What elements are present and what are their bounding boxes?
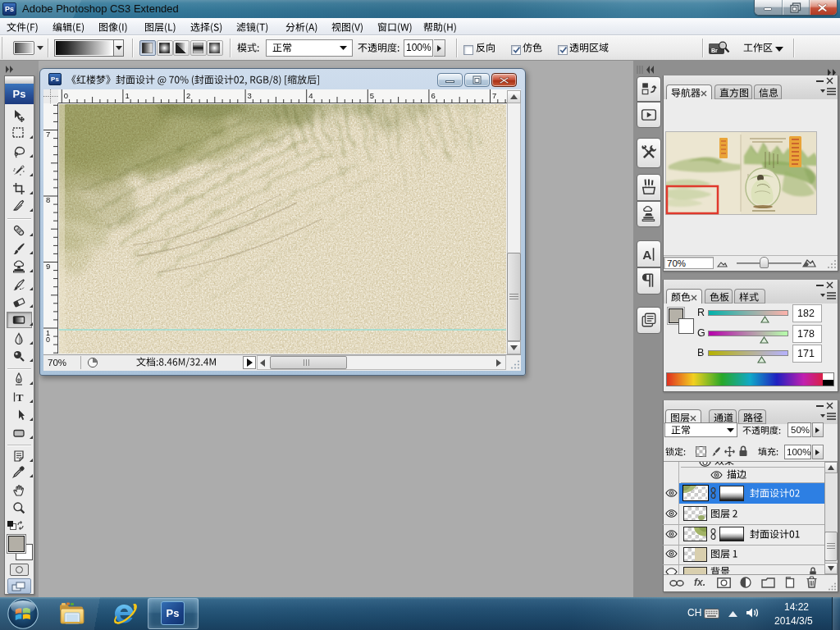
svg-text:6: 6 xyxy=(431,91,435,100)
svg-text:0: 0 xyxy=(64,91,68,100)
svg-text:7: 7 xyxy=(46,130,50,139)
svg-text:4: 4 xyxy=(308,91,313,100)
svg-text:Br: Br xyxy=(711,48,718,53)
svg-text:1: 1 xyxy=(125,91,129,100)
svg-text:2: 2 xyxy=(186,91,190,100)
svg-text:8: 8 xyxy=(46,195,50,204)
svg-text:0: 0 xyxy=(46,336,50,344)
svg-text:9: 9 xyxy=(46,262,50,271)
svg-text:T: T xyxy=(16,391,24,404)
svg-text:A: A xyxy=(642,248,651,262)
svg-text:3: 3 xyxy=(248,91,252,100)
svg-text:7: 7 xyxy=(492,91,496,100)
svg-text:5: 5 xyxy=(370,91,374,100)
